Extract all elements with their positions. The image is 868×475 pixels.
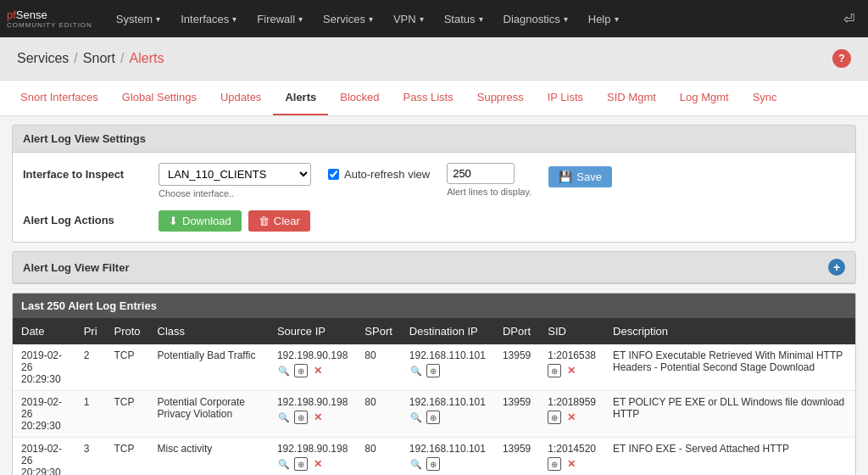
tab-alerts[interactable]: Alerts: [273, 81, 328, 115]
col-date: Date: [13, 318, 75, 344]
download-button[interactable]: ⬇ Download: [159, 210, 242, 232]
alert-log-settings-heading: Alert Log View Settings: [13, 126, 855, 153]
add-source-icon[interactable]: ⊕: [294, 457, 308, 471]
chevron-down-icon: ▾: [232, 14, 236, 24]
navbar: pfSense COMMUNITY EDITION System▾ Interf…: [0, 0, 868, 37]
tab-global-settings[interactable]: Global Settings: [110, 81, 209, 115]
add-dest-icon[interactable]: ⊕: [426, 457, 440, 471]
save-button[interactable]: 💾 Save: [548, 166, 612, 187]
alert-log-filter-title: Alert Log View Filter: [23, 261, 129, 274]
interface-row: Interface to Inspect LAN_110_CLIENTS Cho…: [23, 163, 845, 198]
logo-pf: pf: [7, 8, 16, 21]
cell-sid: 1:2014520 ⊕ ✕: [539, 438, 604, 476]
alert-log-filter-panel: Alert Log View Filter +: [12, 251, 856, 284]
search-source-icon[interactable]: 🔍: [277, 457, 291, 471]
cell-date: 2019-02-2620:29:30: [13, 344, 75, 391]
cell-dest-ip: 192.168.110.101 🔍 ⊕: [401, 391, 494, 438]
cell-dport: 13959: [494, 391, 539, 438]
nav-services[interactable]: Services▾: [313, 0, 383, 37]
cell-sid: 1:2016538 ⊕ ✕: [539, 344, 604, 391]
remove-source-icon[interactable]: ✕: [311, 411, 325, 424]
breadcrumb-services[interactable]: Services: [17, 51, 69, 66]
cell-sport: 80: [356, 438, 401, 476]
cell-class: Potential Corporate Privacy Violation: [149, 391, 269, 438]
nav-system[interactable]: System▾: [106, 0, 170, 37]
cell-dest-ip: 192.168.110.101 🔍 ⊕: [401, 344, 494, 391]
breadcrumb-bar: Services / Snort / Alerts ?: [0, 37, 868, 81]
chevron-down-icon: ▾: [615, 14, 619, 24]
nav-interfaces[interactable]: Interfaces▾: [170, 0, 247, 37]
breadcrumb-sep-2: /: [120, 51, 124, 66]
remove-sid-icon[interactable]: ✕: [565, 457, 578, 471]
col-sid: SID: [539, 318, 604, 344]
breadcrumb-snort[interactable]: Snort: [83, 51, 115, 66]
nav-vpn[interactable]: VPN▾: [383, 0, 434, 37]
alert-lines-input[interactable]: [447, 163, 515, 184]
entries-bar: Last 250 Alert Log Entries: [13, 293, 855, 318]
nav-diagnostics[interactable]: Diagnostics▾: [493, 0, 578, 37]
actions-label: Alert Log Actions: [23, 209, 142, 226]
add-sid-icon[interactable]: ⊕: [548, 411, 561, 424]
remove-source-icon[interactable]: ✕: [311, 457, 325, 471]
cell-class: Misc activity: [149, 438, 269, 476]
search-dest-icon[interactable]: 🔍: [409, 457, 423, 471]
table-row: 2019-02-2620:29:30 2 TCP Potentially Bad…: [13, 344, 855, 391]
alert-table-container: Date Pri Proto Class Source IP SPort Des…: [13, 318, 855, 475]
cell-dest-ip: 192.168.110.101 🔍 ⊕: [401, 438, 494, 476]
auto-refresh-checkbox[interactable]: [328, 169, 339, 180]
tab-updates[interactable]: Updates: [209, 81, 273, 115]
remove-source-icon[interactable]: ✕: [311, 364, 325, 377]
col-dest-ip: Destination IP: [401, 318, 494, 344]
filter-add-button[interactable]: +: [828, 259, 845, 276]
clear-button[interactable]: 🗑 Clear: [248, 210, 310, 232]
col-sport: SPort: [356, 318, 401, 344]
tab-sync[interactable]: Sync: [741, 81, 789, 115]
alert-lines-control: Alert lines to display.: [447, 163, 531, 197]
add-sid-icon[interactable]: ⊕: [548, 457, 561, 471]
cell-sport: 80: [356, 391, 401, 438]
interface-control: LAN_110_CLIENTS Choose interface..: [159, 163, 311, 198]
alert-lines-hint: Alert lines to display.: [447, 187, 531, 197]
nav-help[interactable]: Help▾: [578, 0, 629, 37]
alert-log-settings-panel: Alert Log View Settings Interface to Ins…: [12, 125, 856, 243]
help-icon[interactable]: ?: [832, 49, 851, 68]
search-source-icon[interactable]: 🔍: [277, 364, 291, 377]
chevron-down-icon: ▾: [420, 14, 424, 24]
table-header-row: Date Pri Proto Class Source IP SPort Des…: [13, 318, 855, 344]
remove-sid-icon[interactable]: ✕: [565, 364, 578, 377]
tab-snort-interfaces[interactable]: Snort Interfaces: [8, 81, 110, 115]
cell-pri: 1: [75, 391, 106, 438]
search-dest-icon[interactable]: 🔍: [409, 411, 423, 424]
tab-log-mgmt[interactable]: Log Mgmt: [668, 81, 741, 115]
tab-suppress[interactable]: Suppress: [465, 81, 536, 115]
cell-date: 2019-02-2620:29:30: [13, 391, 75, 438]
breadcrumb-sep-1: /: [74, 51, 77, 66]
alert-log-table-panel: Last 250 Alert Log Entries Date Pri Prot…: [12, 293, 856, 475]
cell-description: ET INFO EXE - Served Attached HTTP: [604, 438, 855, 476]
cell-proto: TCP: [106, 344, 149, 391]
logo-sub: COMMUNITY EDITION: [7, 21, 92, 29]
nav-menu: System▾ Interfaces▾ Firewall▾ Services▾ …: [106, 0, 837, 37]
add-sid-icon[interactable]: ⊕: [548, 364, 561, 377]
remove-sid-icon[interactable]: ✕: [565, 411, 578, 424]
cell-proto: TCP: [106, 438, 149, 476]
add-dest-icon[interactable]: ⊕: [426, 411, 440, 424]
tab-pass-lists[interactable]: Pass Lists: [391, 81, 465, 115]
nav-status[interactable]: Status▾: [434, 0, 493, 37]
add-source-icon[interactable]: ⊕: [294, 364, 308, 377]
interface-select[interactable]: LAN_110_CLIENTS: [159, 163, 311, 186]
col-description: Description: [604, 318, 855, 344]
tab-sid-mgmt[interactable]: SID Mgmt: [595, 81, 668, 115]
breadcrumb: Services / Snort / Alerts: [17, 51, 164, 66]
logout-button[interactable]: ⏎: [837, 11, 861, 27]
nav-firewall[interactable]: Firewall▾: [247, 0, 313, 37]
tab-nav: Snort Interfaces Global Settings Updates…: [0, 81, 868, 116]
auto-refresh-row: Auto-refresh view: [328, 163, 430, 181]
tab-blocked[interactable]: Blocked: [328, 81, 391, 115]
add-source-icon[interactable]: ⊕: [294, 411, 308, 424]
alert-table: Date Pri Proto Class Source IP SPort Des…: [13, 318, 855, 475]
search-source-icon[interactable]: 🔍: [277, 411, 291, 424]
add-dest-icon[interactable]: ⊕: [426, 364, 440, 377]
tab-ip-lists[interactable]: IP Lists: [536, 81, 595, 115]
search-dest-icon[interactable]: 🔍: [409, 364, 423, 377]
